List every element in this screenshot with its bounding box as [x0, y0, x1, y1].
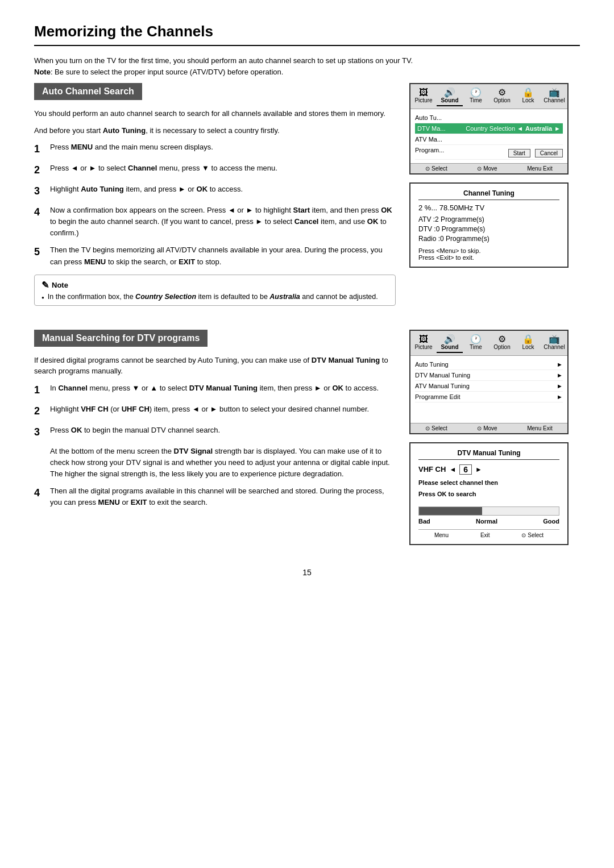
tab2-option[interactable]: ⚙ Option: [489, 333, 515, 353]
tab2-picture[interactable]: 🖼 Picture: [410, 333, 437, 353]
signal-label-bad: Bad: [418, 518, 430, 525]
tuning-footer1: Press <Menu> to skip. Press <Exit> to ex…: [418, 247, 559, 261]
tuning-freq: 2 %... 78.50MHz TV: [418, 203, 559, 212]
signal-bar: [419, 507, 482, 515]
section1-desc2: And before you start Auto Tuning, it is …: [34, 125, 396, 136]
dtv-footer-select: ⊙ Select: [521, 532, 544, 538]
tab2-sound[interactable]: 🔊 Sound: [437, 333, 463, 353]
start-button[interactable]: Start: [508, 149, 530, 157]
tab2-time[interactable]: 🕐 Time: [463, 333, 489, 353]
s2-step-4b: 4 Then all the digital programs availabl…: [34, 485, 396, 508]
tab2-channel[interactable]: 📺 Channel: [541, 333, 567, 353]
tuning-row-dtv: DTV :0 Programme(s): [418, 225, 559, 233]
dtv-ch-row: VHF CH ◄ 6 ►: [418, 464, 559, 475]
tv-row-dtv: DTV Ma... Country Selection ◄ Australia …: [415, 123, 563, 134]
section1-right: 🖼 Picture 🔊 Sound 🕐 Time ⚙ Option 🔒: [409, 83, 580, 313]
tuning-row-radio: Radio :0 Programme(s): [418, 235, 559, 243]
dtv-manual-tuning-box: DTV Manual Tuning VHF CH ◄ 6 ► Please se…: [409, 442, 569, 545]
tv-ui-1-header: 🖼 Picture 🔊 Sound 🕐 Time ⚙ Option 🔒: [410, 84, 567, 109]
signal-label-good: Good: [543, 518, 559, 525]
tv-ui-1-body: Auto Tu... DTV Ma... Country Selection ◄…: [410, 109, 567, 163]
dtv-msg2: Press OK to search: [418, 491, 559, 497]
channel-tuning-box: Channel Tuning 2 %... 78.50MHz TV ATV :2…: [409, 182, 569, 268]
dtv-msg1: Please select channel then: [418, 479, 559, 486]
note-icon: ✎: [42, 280, 49, 290]
section2-header: Manual Searching for DTV programs: [34, 330, 208, 347]
tuning-row-atv: ATV :2 Programme(s): [418, 215, 559, 223]
tab-option[interactable]: ⚙ Option: [489, 86, 515, 106]
page-title: Memorizing the Channels: [34, 23, 580, 46]
tv-row-autotuning: Auto Tu...: [415, 113, 563, 123]
tab2-lock[interactable]: 🔒 Lock: [515, 333, 541, 353]
dtv-ch-label: VHF CH: [418, 465, 446, 474]
page-number: 15: [34, 568, 580, 577]
tab-sound[interactable]: 🔊 Sound: [437, 86, 463, 106]
dtv-box-title: DTV Manual Tuning: [418, 449, 559, 460]
section1-header: Auto Channel Search: [34, 83, 142, 100]
s2-step-3: 3 Press OK to begin the manual DTV chann…: [34, 425, 396, 440]
tv2-row-dtv: DTV Manual Tuning ►: [415, 370, 563, 381]
intro-text: When you turn on the TV for the first ti…: [34, 55, 580, 77]
section1: Auto Channel Search You should perform a…: [34, 83, 396, 313]
s2-step-4a: At the bottom of the menu screen the DTV…: [34, 446, 396, 480]
tab-channel[interactable]: 📺 Channel: [541, 86, 567, 106]
section1-desc: You should perform an auto channel searc…: [34, 108, 396, 119]
dtv-ch-left-arrow[interactable]: ◄: [449, 466, 456, 474]
section2-right: 🖼 Picture 🔊 Sound 🕐 Time ⚙ Option: [409, 330, 580, 545]
step-3: 3 Highlight Auto Tuning item, and press …: [34, 184, 396, 199]
tab-picture[interactable]: 🖼 Picture: [410, 86, 437, 106]
tuning-title: Channel Tuning: [418, 189, 559, 200]
note-bullet: In the confirmation box, the Country Sel…: [42, 293, 388, 301]
tab-time[interactable]: 🕐 Time: [463, 86, 489, 106]
dtv-ch-right-arrow[interactable]: ►: [475, 466, 482, 474]
tv2-row-atv: ATV Manual Tuning ►: [415, 381, 563, 392]
note-box: ✎ Note In the confirmation box, the Coun…: [34, 275, 396, 306]
step-1: 1 Press MENU and the main menu screen di…: [34, 142, 396, 157]
tv-ui-2-body: Auto Tuning ► DTV Manual Tuning ► ATV Ma…: [410, 356, 567, 423]
s2-step-1: 1 In Channel menu, press ▼ or ▲ to selec…: [34, 383, 396, 398]
section2: Manual Searching for DTV programs If des…: [34, 330, 396, 545]
tv-ui-2: 🖼 Picture 🔊 Sound 🕐 Time ⚙ Option: [409, 330, 569, 434]
tv2-row-autotuning: Auto Tuning ►: [415, 359, 563, 370]
step-2: 2 Press ◄ or ► to select Channel menu, p…: [34, 163, 396, 178]
tv-ui-1: 🖼 Picture 🔊 Sound 🕐 Time ⚙ Option 🔒: [409, 83, 569, 175]
tv-ui-1-footer: ⊙ Select ⊙ Move Menu Exit: [410, 163, 567, 173]
signal-labels: Bad Normal Good: [418, 518, 559, 525]
dtv-footer-exit: Exit: [480, 532, 490, 538]
section1-steps: 1 Press MENU and the main menu screen di…: [34, 142, 396, 268]
signal-label-normal: Normal: [476, 518, 497, 525]
cancel-button[interactable]: Cancel: [535, 149, 563, 157]
section2-steps: 1 In Channel menu, press ▼ or ▲ to selec…: [34, 383, 396, 509]
dtv-footer-menu: Menu: [434, 532, 449, 538]
s2-step-2: 2 Highlight VHF CH (or UHF CH) item, pre…: [34, 404, 396, 419]
tv-row-atv: ATV Ma...: [415, 134, 563, 145]
step-4: 4 Now a confirmation box appears on the …: [34, 205, 396, 239]
tv2-row-progedit: Programme Edit ►: [415, 392, 563, 402]
signal-bar-container: [418, 506, 559, 516]
tv-ui-2-header: 🖼 Picture 🔊 Sound 🕐 Time ⚙ Option: [410, 331, 567, 356]
tab-lock[interactable]: 🔒 Lock: [515, 86, 541, 106]
dtv-box-footer: Menu Exit ⊙ Select: [418, 529, 559, 538]
tv-ui-2-footer: ⊙ Select ⊙ Move Menu Exit: [410, 423, 567, 433]
section2-desc: If desired digital programs cannot be se…: [34, 355, 396, 377]
step-5: 5 Then the TV begins memorizing all ATV/…: [34, 244, 396, 267]
tv-row-program: Program... Start Cancel: [415, 145, 563, 160]
dtv-ch-number: 6: [459, 464, 472, 475]
country-selection: Country Selection ◄ Australia ►: [466, 125, 561, 132]
